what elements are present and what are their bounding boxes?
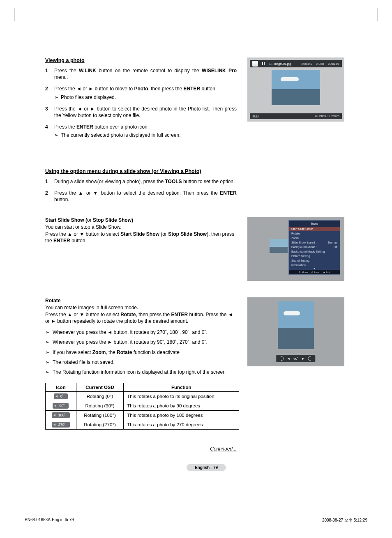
tools-footer: ⇕ Move ⏎ Enter ⇥ Exit xyxy=(289,270,340,274)
rotate-body1: You can rotate images in full screen mod… xyxy=(45,304,237,311)
continued-label: Continued... xyxy=(45,446,237,452)
heading-option-menu: Using the option menu during a slide sho… xyxy=(45,168,237,174)
heading-start-slide: Start Slide Show ( xyxy=(45,217,87,223)
rotate-body2: Press the ▲ or ▼ button to select Rotate… xyxy=(45,311,237,325)
page: Viewing a photo 1 Press the W.LINK butto… xyxy=(0,0,392,538)
option-icon: ⧉ xyxy=(315,115,317,117)
crop-mark-left xyxy=(14,8,14,21)
cell-osd: Rotating (90°) xyxy=(76,401,124,411)
tools-item: Picture Setting xyxy=(289,254,340,258)
rotate-cw-icon xyxy=(308,356,312,361)
cell-icon: 90˚ xyxy=(46,401,76,411)
cell-function: This rotates a photo by 90 degrees xyxy=(124,401,239,411)
arrow-icon: ➢ xyxy=(45,339,49,345)
start-slide-body2: Press the ▲ or ▼ button to select Start … xyxy=(45,231,237,245)
tools-item: Information xyxy=(289,263,340,267)
rotate-control-bar: ◄ 90˚ ► xyxy=(276,355,315,362)
preview-photo xyxy=(272,70,320,105)
step-1: 1 Press the W.LINK button on the remote … xyxy=(45,67,237,80)
screenshot-rotate: ◄ 90˚ ► xyxy=(247,297,344,366)
steps-viewing-photo: 1 Press the W.LINK button on the remote … xyxy=(45,67,237,139)
tools-item: Background Music Setting xyxy=(289,249,340,254)
table-row: 0˚Rotating (0°)This rotates a photo to i… xyxy=(46,392,239,401)
section-rotate: Rotate You can rotate images in full scr… xyxy=(45,297,367,380)
section-viewing-photo: Viewing a photo 1 Press the W.LINK butto… xyxy=(45,57,367,144)
tools-item: Zoom xyxy=(289,236,340,240)
step-3: 3 Press the ◄ or ► button to select the … xyxy=(45,106,237,119)
wiselink-logo-icon xyxy=(252,61,258,67)
heading-rotate: Rotate xyxy=(45,298,60,303)
option-step-1: 1 During a slide show(or viewing a photo… xyxy=(45,178,237,185)
steps-option-menu: 1 During a slide show(or viewing a photo… xyxy=(45,178,237,203)
arrow-icon: ➢ xyxy=(45,369,49,375)
th-function: Function xyxy=(124,383,239,392)
rotate-osd-icon: 0˚ xyxy=(54,393,68,399)
preview-info-bar: 1/1 Image001.jpg 440x440 2.0KB 2008/1/1 xyxy=(250,60,342,67)
tools-title: Tools xyxy=(289,221,340,227)
table-row: 270˚Rotating (270°)This rotates a photo … xyxy=(46,420,239,430)
start-slide-body1: You can start or stop a Slide Show. xyxy=(45,224,237,231)
table-row: 180˚Rotating (180°)This rotates a photo … xyxy=(46,411,239,420)
arrow-icon: ➢ xyxy=(54,132,58,138)
cell-osd: Rotating (0°) xyxy=(76,392,124,401)
tools-item: Rotate xyxy=(289,231,340,236)
exit-icon: ⇥ xyxy=(323,271,325,274)
rotate-ccw-icon xyxy=(279,356,284,361)
left-icon: ◄ xyxy=(287,357,290,361)
tools-menu: Tools Start Slide ShowRotateZoomSlide Sh… xyxy=(288,220,340,275)
screenshot-photo-fullscreen: 1/1 Image001.jpg 440x440 2.0KB 2008/1/1 … xyxy=(247,57,344,122)
rotate-angle: 90˚ xyxy=(293,357,298,361)
arrow-icon: ➢ xyxy=(45,359,49,366)
move-icon: ⇕ xyxy=(299,271,301,274)
tools-item: Sound Setting xyxy=(289,258,340,263)
rotate-note: ➢The rotated file is not saved. xyxy=(45,359,237,366)
heading-viewing-photo: Viewing a photo xyxy=(45,57,237,63)
cell-icon: 0˚ xyxy=(46,392,76,401)
preview-rotated-photo xyxy=(278,301,314,349)
rotate-osd-icon: 270˚ xyxy=(52,422,70,428)
rotate-note: ➢Whenever you press the ► button, it rot… xyxy=(45,339,237,345)
section-start-slide: Start Slide Show (or Stop Slide Show) Yo… xyxy=(45,217,367,281)
rotate-osd-icon: 90˚ xyxy=(53,403,69,409)
return-icon: ↺ xyxy=(327,115,330,117)
table-row: 90˚Rotating (90°)This rotates a photo by… xyxy=(46,401,239,411)
preview-thumb xyxy=(270,239,288,253)
rotate-notes: ➢Whenever you press the ◄ button, it rot… xyxy=(45,329,237,375)
page-number-pill: English - 79 xyxy=(45,464,367,471)
cell-function: This rotates a photo by 270 degrees xyxy=(124,420,239,430)
cell-osd: Rotating (180°) xyxy=(76,411,124,420)
print-timestamp: 2008-08-27 오후 5:12:29 xyxy=(322,517,367,523)
th-osd: Current OSD xyxy=(76,383,124,392)
screenshot-tools-menu: Tools Start Slide ShowRotateZoomSlide Sh… xyxy=(247,217,344,281)
step-4: 4 Press the ENTER button over a photo ic… xyxy=(45,124,237,138)
option-step-2: 2 Press the ▲ or ▼ button to select the … xyxy=(45,190,237,203)
right-icon: ► xyxy=(302,357,305,361)
crop-mark-right xyxy=(378,8,378,21)
preview-bottom-bar: SUM ⧉ Option ↺ Return xyxy=(250,113,342,119)
rotate-table: Icon Current OSD Function 0˚Rotating (0°… xyxy=(45,383,239,430)
cell-function: This rotates a photo by 180 degrees xyxy=(124,411,239,420)
pause-icon xyxy=(262,62,265,65)
arrow-icon: ➢ xyxy=(54,94,58,101)
cell-icon: 270˚ xyxy=(46,420,76,430)
arrow-icon: ➢ xyxy=(45,349,49,356)
print-footer: BN68-01653A-Eng.indb 79 2008-08-27 오후 5:… xyxy=(25,517,367,523)
rotate-note: ➢Whenever you press the ◄ button, it rot… xyxy=(45,329,237,336)
tools-item: Start Slide Show xyxy=(289,227,340,231)
print-file: BN68-01653A-Eng.indb 79 xyxy=(25,517,74,523)
tools-item: Background Music :Off xyxy=(289,245,340,249)
tools-item: Slide Show Speed :Normal xyxy=(289,240,340,245)
enter-icon: ⏎ xyxy=(311,271,313,274)
section-option-menu: Using the option menu during a slide sho… xyxy=(45,168,237,203)
arrow-icon: ➢ xyxy=(45,329,49,336)
rotate-osd-icon: 180˚ xyxy=(52,412,70,418)
rotate-note: ➢If you have select Zoom, the Rotate fun… xyxy=(45,349,237,356)
th-icon: Icon xyxy=(46,383,76,392)
step-2: 2 Press the ◄ or ► button to move to Pho… xyxy=(45,85,237,100)
rotate-note: ➢The Rotating function information icon … xyxy=(45,369,237,375)
cell-icon: 180˚ xyxy=(46,411,76,420)
cell-osd: Rotating (270°) xyxy=(76,420,124,430)
cell-function: This rotates a photo to its original pos… xyxy=(124,392,239,401)
